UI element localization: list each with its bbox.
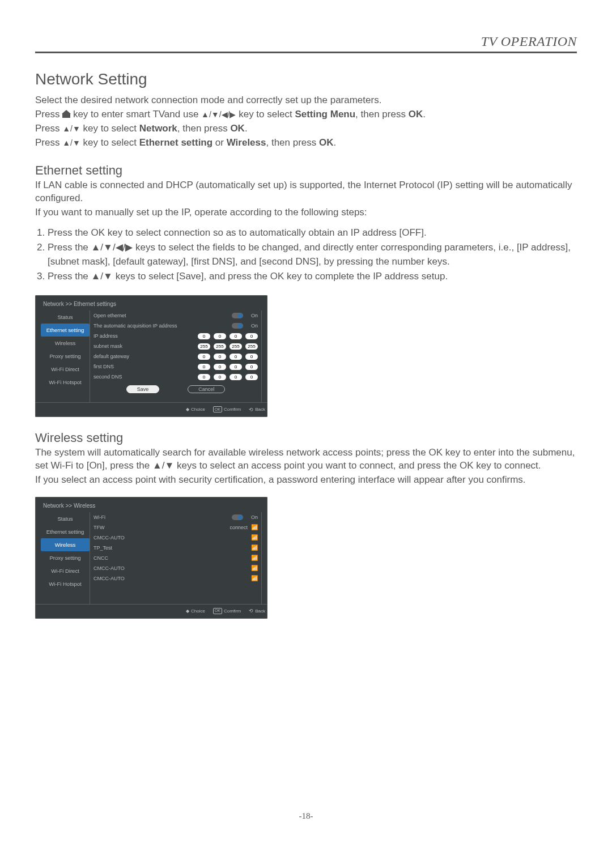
sidebar-item[interactable]: Ethernet setting [41, 324, 90, 337]
bold: Setting Menu [295, 109, 355, 120]
footer-hints: ◆ Choice OKComfirm Back [35, 402, 267, 417]
ip-octet[interactable]: 0 [214, 374, 226, 380]
bold: OK [409, 109, 423, 120]
sidebar-item[interactable]: Wireless [41, 538, 90, 551]
wifi-icon: 📶 [251, 565, 258, 571]
text: Choice [191, 609, 205, 614]
section-heading-network: Network Setting [35, 70, 577, 88]
settings-row[interactable]: IP address0000 [94, 331, 258, 341]
ip-octet[interactable]: 255 [230, 343, 242, 350]
text: , then press [266, 137, 319, 148]
save-button[interactable]: Save [126, 385, 160, 393]
ip-octet[interactable]: 0 [230, 354, 242, 360]
text: . [423, 109, 426, 120]
cancel-button[interactable]: Cancel [188, 385, 225, 393]
intro-line-2: Press key to enter smart TVand use ▲/▼/◀… [35, 108, 577, 121]
text: , then press [355, 109, 409, 120]
text: Press [35, 109, 62, 120]
footer-hints: ◆ Choice OKComfirm Back [35, 604, 267, 619]
toggle-state: On [246, 323, 258, 329]
settings-row[interactable]: default gateway0000 [94, 351, 258, 361]
sidebar-item[interactable]: Ethernet setting [41, 525, 90, 538]
ip-octet[interactable]: 0 [245, 354, 258, 360]
sidebar: StatusEthernet settingWirelessProxy sett… [41, 310, 90, 402]
sidebar-item[interactable]: Wi-Fi Hotspot [41, 376, 90, 389]
sidebar-item[interactable]: Wireless [41, 337, 90, 350]
connection-status: connect [230, 525, 248, 530]
text: key to select [80, 123, 139, 134]
row-label: CMCC-AUTO [94, 565, 251, 571]
text: . [334, 137, 337, 148]
toggle-icon[interactable] [232, 323, 243, 329]
ethernet-main: Open ethernetOnThe automatic acquisition… [90, 310, 261, 402]
intro-line-4: Press ▲/▼ key to select Ethernet setting… [35, 137, 577, 150]
sidebar-item[interactable]: Wi-Fi Direct [41, 363, 90, 376]
settings-row[interactable]: Wi-FiOn [94, 512, 258, 522]
subheading-wireless: Wireless setting [35, 431, 577, 445]
row-label: first DNS [94, 364, 198, 369]
intro-line-3: Press ▲/▼ key to select Network, then pr… [35, 122, 577, 135]
ip-octet[interactable]: 0 [245, 374, 258, 380]
settings-row[interactable]: first DNS0000 [94, 361, 258, 372]
step-item: Press the ▲/▼/◀/▶ keys to select the fie… [48, 241, 577, 269]
row-value: 📶 [251, 534, 258, 541]
text: Back [255, 407, 265, 412]
row-value: 📶 [251, 544, 258, 551]
ip-octet[interactable]: 0 [214, 364, 226, 370]
row-label: Wi-Fi [94, 514, 232, 520]
row-value: 0000 [198, 374, 258, 380]
ip-octet[interactable]: 255 [214, 343, 226, 350]
ip-octet[interactable]: 0 [245, 333, 258, 339]
row-value: 0000 [198, 333, 258, 339]
row-value: 📶 [251, 555, 258, 561]
ip-octet[interactable]: 0 [214, 354, 226, 360]
ip-octet[interactable]: 0 [245, 364, 258, 370]
text: . [245, 123, 248, 134]
sidebar-item[interactable]: Status [41, 512, 90, 525]
row-label: The automatic acquisition IP address [94, 323, 232, 329]
breadcrumb: Network >> Ethernet settings [41, 301, 262, 307]
row-label: subnet mask [94, 343, 198, 349]
step-item: Press the OK key to select connection so… [48, 226, 577, 240]
row-value: 📶 [251, 575, 258, 581]
toggle-icon[interactable] [232, 514, 243, 520]
ip-octet[interactable]: 0 [230, 364, 242, 370]
row-label: TP_Test [94, 545, 251, 551]
sidebar-item[interactable]: Proxy setting [41, 350, 90, 363]
row-label: CNCC [94, 555, 251, 561]
settings-row[interactable]: The automatic acquisition IP addressOn [94, 321, 258, 331]
arrow-icons: ▲/▼ [62, 138, 80, 147]
ip-octet[interactable]: 0 [198, 364, 210, 370]
settings-row[interactable]: CMCC-AUTO📶 [94, 573, 258, 584]
ip-octet[interactable]: 0 [198, 374, 210, 380]
ok-icon: OK [213, 608, 222, 614]
ip-octet[interactable]: 0 [230, 333, 242, 339]
settings-row[interactable]: Open ethernetOn [94, 310, 258, 321]
ip-octet[interactable]: 0 [198, 354, 210, 360]
ip-octet[interactable]: 0 [230, 374, 242, 380]
ip-octet[interactable]: 255 [198, 343, 210, 350]
sidebar-item[interactable]: Proxy setting [41, 551, 90, 564]
ip-octet[interactable]: 0 [198, 333, 210, 339]
sidebar-item[interactable]: Wi-Fi Direct [41, 564, 90, 577]
arrow-icons: ▲/▼/◀/▶ [201, 110, 236, 119]
ethernet-steps: Press the OK key to select connection so… [35, 226, 577, 284]
ip-octet[interactable]: 255 [245, 343, 258, 350]
text: Press [35, 137, 62, 148]
ip-octet[interactable]: 0 [214, 333, 226, 339]
settings-row[interactable]: second DNS0000 [94, 372, 258, 382]
text: Back [255, 609, 265, 614]
row-label: IP address [94, 333, 198, 339]
settings-row[interactable]: TFWconnect📶 [94, 522, 258, 533]
sidebar-item[interactable]: Status [41, 310, 90, 324]
sidebar-item[interactable]: Wi-Fi Hotspot [41, 577, 90, 590]
settings-row[interactable]: CMCC-AUTO📶 [94, 533, 258, 543]
toggle-icon[interactable] [232, 313, 243, 318]
settings-row[interactable]: CMCC-AUTO📶 [94, 563, 258, 573]
text: Comfirm [224, 407, 241, 412]
settings-row[interactable]: subnet mask255255255255 [94, 341, 258, 351]
hint-choice: ◆ Choice [186, 406, 205, 412]
settings-row[interactable]: TP_Test📶 [94, 543, 258, 553]
settings-row[interactable]: CNCC📶 [94, 553, 258, 563]
text: Comfirm [224, 609, 241, 614]
